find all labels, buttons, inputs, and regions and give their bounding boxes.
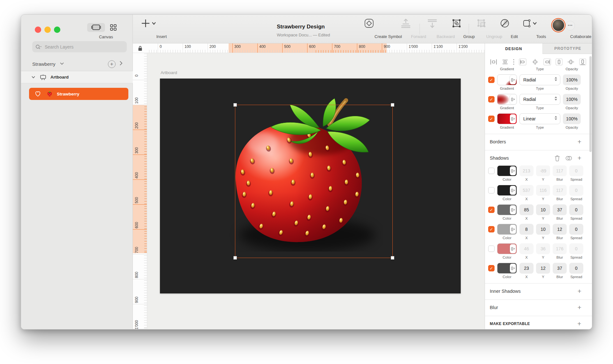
align-center-horizontal-icon[interactable] <box>531 58 539 65</box>
shadow-x-field[interactable]: 23 <box>519 263 534 274</box>
color-picker-chip[interactable] <box>510 205 516 214</box>
shadow-spread-field[interactable]: 0 <box>569 165 583 176</box>
color-picker-chip[interactable] <box>510 75 516 84</box>
forward-button[interactable]: Forward <box>393 15 419 43</box>
add-shadow-button[interactable]: + <box>578 155 581 161</box>
color-swatch[interactable] <box>497 165 517 176</box>
add-inner-shadow-button[interactable]: + <box>578 288 581 294</box>
make-exportable-button[interactable]: + <box>577 321 581 327</box>
edit-button[interactable]: Edit <box>495 15 514 43</box>
fill-opacity-field[interactable]: 100% <box>563 74 581 85</box>
resize-handle-se[interactable] <box>391 256 394 260</box>
distribute-horizontal-icon[interactable] <box>490 59 497 65</box>
align-bottom-icon[interactable] <box>579 58 586 65</box>
resize-handle-nw[interactable] <box>233 103 237 107</box>
shadow-enabled-checkbox[interactable] <box>488 246 495 252</box>
page-selector[interactable]: Strawberry + <box>21 59 133 70</box>
lock-icon[interactable] <box>138 46 142 51</box>
color-swatch[interactable] <box>497 113 517 124</box>
color-picker-chip[interactable] <box>510 95 516 104</box>
canvas-view-toggle[interactable] <box>87 23 105 32</box>
fill-enabled-checkbox[interactable]: ✓ <box>488 77 495 83</box>
fill-type-select[interactable]: Radial <box>519 94 560 105</box>
color-swatch[interactable] <box>497 243 517 254</box>
align-right-icon[interactable] <box>543 58 551 65</box>
artboard-canvas-label[interactable]: Artboard <box>161 70 177 75</box>
shadow-x-field[interactable]: 8 <box>519 224 534 235</box>
shadow-enabled-checkbox[interactable]: ✓ <box>488 265 495 271</box>
shadow-blur-field[interactable]: 176 <box>553 243 567 254</box>
resize-handle-sw[interactable] <box>233 256 237 260</box>
resize-handle-ne[interactable] <box>391 103 394 107</box>
group-button[interactable]: Group <box>444 15 469 43</box>
close-window-button[interactable] <box>35 27 41 33</box>
backward-button[interactable]: Backward <box>419 15 446 43</box>
shadow-y-field[interactable]: 36 <box>536 243 550 254</box>
tab-prototype[interactable]: PROTOTYPE <box>542 43 592 54</box>
color-picker-chip[interactable] <box>510 186 516 195</box>
shadow-blur-field[interactable]: 117 <box>553 165 567 176</box>
sidebar-item-artboard[interactable]: Artboard <box>21 71 133 83</box>
insert-button[interactable]: Insert <box>136 15 162 43</box>
fill-enabled-checkbox[interactable]: ✓ <box>488 96 495 102</box>
tab-design[interactable]: DESIGN <box>485 43 542 54</box>
options-dots-icon[interactable] <box>513 59 514 65</box>
fill-enabled-checkbox[interactable]: ✓ <box>488 116 495 122</box>
horizontal-ruler[interactable]: 01002003004005006007008009001'0001'1001'… <box>147 43 485 53</box>
canvas[interactable]: Artboard <box>148 53 485 330</box>
color-swatch[interactable] <box>497 204 517 215</box>
shadow-x-field[interactable]: 85 <box>519 204 534 215</box>
color-picker-chip[interactable] <box>510 114 516 123</box>
fill-type-select[interactable]: Linear <box>519 113 560 124</box>
color-swatch[interactable] <box>497 74 517 85</box>
color-swatch[interactable] <box>497 94 517 105</box>
shadow-y-field[interactable]: 116 <box>536 185 550 196</box>
minimize-window-button[interactable] <box>44 27 51 33</box>
shadow-blur-field[interactable]: 37 <box>553 263 567 274</box>
shadow-blur-field[interactable]: 37 <box>553 204 567 215</box>
shadow-enabled-checkbox[interactable] <box>488 187 495 193</box>
shadow-spread-field[interactable]: 0 <box>569 204 583 215</box>
add-page-button[interactable]: + <box>108 60 116 68</box>
grid-view-icon[interactable] <box>110 24 117 31</box>
disclosure-chevron-icon[interactable] <box>32 76 35 78</box>
shadow-spread-field[interactable]: 0 <box>569 263 583 274</box>
shadow-y-field[interactable]: 12 <box>536 263 550 274</box>
selection-box[interactable] <box>235 105 393 258</box>
color-swatch[interactable] <box>497 224 517 235</box>
color-picker-chip[interactable] <box>510 264 516 273</box>
color-picker-chip[interactable] <box>510 244 516 253</box>
notifications-button[interactable]: Notifications <box>578 15 592 43</box>
shadow-enabled-checkbox[interactable]: ✓ <box>488 207 495 213</box>
create-symbol-button[interactable]: Create Symbol <box>350 15 388 43</box>
shadow-spread-field[interactable]: 0 <box>569 185 583 196</box>
align-middle-vertical-icon[interactable] <box>567 58 575 65</box>
align-left-icon[interactable] <box>519 58 526 65</box>
tools-button[interactable]: Tools <box>518 15 541 43</box>
fill-type-select[interactable]: Radial <box>519 74 560 85</box>
shadow-x-field[interactable]: 537 <box>519 185 534 196</box>
color-swatch[interactable] <box>497 185 517 196</box>
distribute-vertical-icon[interactable] <box>502 59 509 65</box>
fill-opacity-field[interactable]: 100% <box>563 113 581 124</box>
shadow-y-field[interactable]: 10 <box>536 224 550 235</box>
color-picker-chip[interactable] <box>510 225 516 234</box>
shadow-enabled-checkbox[interactable] <box>488 168 495 174</box>
shadow-y-field[interactable]: -89 <box>536 165 550 176</box>
vertical-ruler[interactable]: 01002003004005006007008009001'000 <box>133 53 147 330</box>
color-swatch[interactable] <box>497 263 517 274</box>
add-blur-button[interactable]: + <box>578 304 581 311</box>
page-forward-button[interactable] <box>119 61 123 66</box>
overlap-circles-icon[interactable] <box>565 155 572 161</box>
fill-opacity-field[interactable]: 100% <box>563 94 581 105</box>
shadow-x-field[interactable]: 213 <box>519 165 534 176</box>
add-border-button[interactable]: + <box>578 139 581 145</box>
shadow-spread-field[interactable]: 0 <box>569 224 583 235</box>
color-picker-chip[interactable] <box>510 166 516 175</box>
shadow-enabled-checkbox[interactable]: ✓ <box>488 226 495 232</box>
align-top-icon[interactable] <box>556 58 563 65</box>
shadow-x-field[interactable]: 46 <box>519 243 534 254</box>
zoom-window-button[interactable] <box>54 27 60 33</box>
inspector-scrollbar[interactable] <box>589 56 592 152</box>
shadow-y-field[interactable]: 10 <box>536 204 550 215</box>
